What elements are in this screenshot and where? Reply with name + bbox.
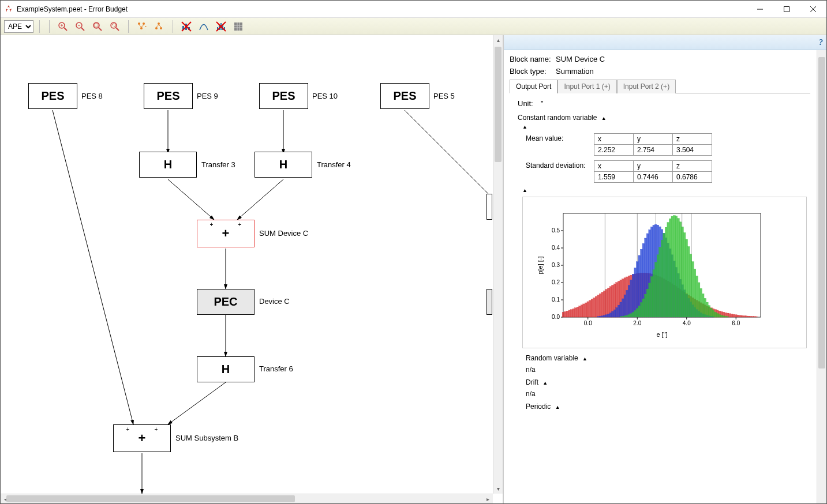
- svg-rect-255: [669, 219, 671, 317]
- zoom-reset-icon[interactable]: [107, 19, 122, 34]
- maximize-button[interactable]: [773, 1, 800, 18]
- block-pes9[interactable]: PES: [144, 83, 193, 109]
- mode-combo[interactable]: APE: [4, 20, 33, 33]
- dist-icon[interactable]: [196, 19, 211, 34]
- svg-text:2.0: 2.0: [633, 320, 641, 326]
- svg-rect-263: [686, 239, 688, 317]
- block-partial[interactable]: [487, 289, 492, 315]
- svg-rect-99: [603, 291, 605, 317]
- collapse-icon[interactable]: ▲: [522, 124, 807, 130]
- svg-rect-247: [653, 270, 655, 317]
- zoom-out-icon[interactable]: [73, 19, 88, 34]
- svg-rect-164: [737, 315, 739, 317]
- svg-line-45: [168, 179, 214, 220]
- collapse-icon: ▲: [601, 115, 607, 121]
- block-partial[interactable]: [487, 194, 492, 220]
- block-label: SUM Device C: [259, 229, 308, 238]
- svg-rect-259: [678, 219, 680, 317]
- svg-rect-234: [626, 315, 628, 317]
- block-pec-device-c[interactable]: PEC: [197, 289, 255, 315]
- help-icon[interactable]: ?: [819, 38, 823, 47]
- scroll-thumb[interactable]: [495, 47, 502, 162]
- svg-rect-262: [683, 232, 686, 317]
- app-icon: [4, 5, 13, 14]
- toolbar-separator: [128, 20, 129, 33]
- svg-line-46: [237, 179, 283, 220]
- diagram-canvas[interactable]: PES PES 8 PES PES 9 PES PES 10 PES PES 5…: [1, 35, 493, 494]
- svg-rect-166: [741, 315, 743, 317]
- svg-rect-239: [636, 309, 638, 317]
- minimize-button[interactable]: [747, 1, 773, 18]
- svg-rect-191: [632, 274, 634, 317]
- svg-rect-85: [575, 308, 577, 317]
- horizontal-scrollbar[interactable]: ◂ ▸: [1, 494, 493, 503]
- svg-rect-253: [665, 227, 667, 317]
- svg-rect-271: [702, 294, 704, 317]
- svg-rect-172: [754, 317, 756, 317]
- svg-line-50: [53, 110, 133, 424]
- svg-rect-89: [583, 304, 585, 317]
- svg-rect-244: [646, 289, 649, 317]
- unit-label: Unit:: [518, 99, 541, 108]
- svg-rect-169: [747, 316, 750, 317]
- collapse-icon[interactable]: ▲: [522, 187, 807, 193]
- chart-off-icon[interactable]: [179, 19, 194, 34]
- block-pes5[interactable]: PES: [380, 83, 429, 109]
- svg-rect-258: [675, 216, 678, 317]
- block-label: Transfer 6: [259, 364, 293, 373]
- block-pes10[interactable]: PES: [259, 83, 308, 109]
- svg-rect-192: [634, 268, 637, 317]
- svg-text:0.1: 0.1: [552, 296, 560, 303]
- block-transfer-4[interactable]: H: [255, 152, 312, 178]
- svg-rect-79: [562, 312, 564, 317]
- drift-value: n/a: [526, 390, 807, 398]
- block-sum-subsystem-b[interactable]: ++ +: [113, 424, 171, 452]
- svg-rect-165: [739, 315, 742, 317]
- svg-rect-82: [568, 310, 571, 317]
- section-drift[interactable]: Drift ▲: [526, 378, 807, 386]
- svg-rect-180: [609, 313, 612, 317]
- svg-text:p[e] [-]: p[e] [-]: [537, 256, 544, 274]
- svg-point-11: [93, 22, 99, 28]
- block-transfer-3[interactable]: H: [139, 152, 197, 178]
- tab-input-port-2[interactable]: Input Port 2 (+): [617, 80, 676, 93]
- toolbar-separator: [173, 20, 173, 33]
- tab-output-port[interactable]: Output Port: [510, 80, 557, 93]
- svg-rect-91: [587, 302, 589, 317]
- panel-scrollbar[interactable]: [817, 50, 826, 503]
- svg-line-19: [139, 25, 141, 27]
- block-transfer-6[interactable]: H: [197, 356, 255, 382]
- section-periodic[interactable]: Periodic ▲: [526, 403, 807, 411]
- zoom-in-icon[interactable]: [55, 19, 70, 34]
- scroll-thumb[interactable]: [6, 495, 295, 502]
- scroll-thumb[interactable]: [818, 57, 825, 368]
- zoom-fit-icon[interactable]: [90, 19, 105, 34]
- tree-expand-icon[interactable]: [134, 19, 149, 34]
- svg-rect-283: [727, 317, 729, 317]
- section-random-variable[interactable]: Random variable ▲: [526, 354, 807, 362]
- svg-rect-272: [704, 298, 706, 317]
- tab-input-port-1[interactable]: Input Port 1 (+): [557, 80, 616, 93]
- svg-rect-273: [706, 302, 709, 317]
- svg-text:0.4: 0.4: [552, 245, 560, 251]
- titlebar: ExampleSystem.peet - Error Budget: [1, 1, 826, 18]
- vertical-scrollbar[interactable]: ▴ ▾: [493, 35, 503, 494]
- block-pes8[interactable]: PES: [28, 83, 77, 109]
- svg-rect-233: [624, 316, 626, 317]
- collapse-icon: ▲: [555, 404, 560, 410]
- svg-rect-95: [595, 296, 597, 317]
- block-sum-device-c[interactable]: ++ +: [197, 220, 255, 247]
- block-label: PES 8: [81, 92, 103, 100]
- svg-rect-242: [642, 299, 645, 317]
- svg-rect-275: [710, 308, 713, 317]
- svg-rect-236: [630, 314, 633, 317]
- hist-off-icon[interactable]: [214, 19, 229, 34]
- mean-x: 2.252: [594, 145, 634, 156]
- svg-rect-269: [698, 283, 700, 317]
- tree-collapse-icon[interactable]: [152, 19, 167, 34]
- grid-icon[interactable]: [231, 19, 246, 34]
- close-button[interactable]: [800, 1, 826, 18]
- svg-rect-267: [694, 269, 696, 317]
- section-constant-random-variable[interactable]: Constant random variable ▲: [518, 114, 807, 122]
- svg-text:0.0: 0.0: [584, 320, 592, 326]
